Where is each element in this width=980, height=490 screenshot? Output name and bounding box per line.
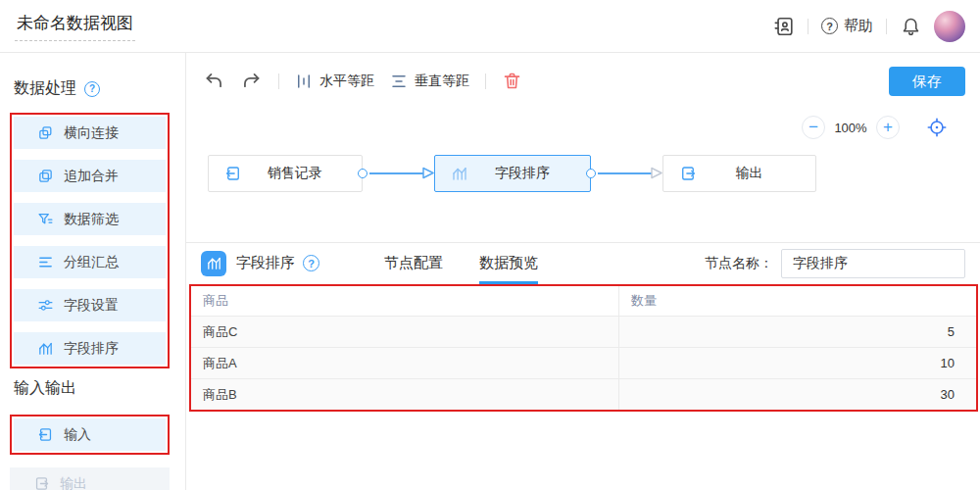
flow-node-sales-records[interactable]: 销售记录 <box>208 155 363 192</box>
question-circle-icon[interactable]: ? <box>84 81 100 97</box>
horizontal-spacing-icon <box>295 73 313 90</box>
edge-line <box>369 172 423 174</box>
question-circle-icon[interactable]: ? <box>303 255 319 271</box>
tab-node-config[interactable]: 节点配置 <box>384 242 443 284</box>
field-settings-icon <box>37 297 54 314</box>
question-circle-icon: ? <box>821 18 838 34</box>
node-name-label: 节点名称： <box>705 255 773 272</box>
horizontal-spacing-button[interactable]: 水平等距 <box>295 73 374 90</box>
sidebar-item-label: 字段设置 <box>64 297 119 315</box>
sidebar-item-group-summary[interactable]: 分组汇总 <box>14 246 166 278</box>
sidebar-item-data-filter[interactable]: 数据筛选 <box>14 203 166 235</box>
divider <box>278 74 279 89</box>
field-sort-badge-icon <box>201 251 226 276</box>
node-name-group: 节点名称： <box>705 249 965 278</box>
contacts-icon[interactable] <box>773 16 795 37</box>
output-icon <box>33 475 50 490</box>
quantity-cell: 10 <box>619 348 976 378</box>
save-button[interactable]: 保存 <box>889 67 965 96</box>
input-icon <box>37 426 54 443</box>
help-button[interactable]: ? 帮助 <box>821 17 873 35</box>
sidebar: 数据处理 ? 横向连接 追加合并 数据筛选 分组汇总 字段设置 <box>0 53 186 490</box>
vertical-spacing-label: 垂直等距 <box>415 73 469 90</box>
user-avatar[interactable] <box>934 11 965 42</box>
append-merge-icon <box>37 168 54 184</box>
sidebar-item-label: 字段排序 <box>64 340 119 358</box>
output-icon <box>679 165 697 182</box>
zoom-in-button[interactable]: + <box>876 116 900 139</box>
table-header-row: 商品 数量 <box>191 286 976 316</box>
topbar-actions: ? 帮助 <box>773 11 965 42</box>
table-row[interactable]: 商品B 30 <box>191 378 976 410</box>
undo-icon[interactable] <box>204 71 225 92</box>
table-row[interactable]: 商品C 5 <box>191 316 976 347</box>
flow-node-output[interactable]: 输出 <box>662 155 816 192</box>
divider <box>886 19 887 34</box>
sidebar-item-label: 输出 <box>60 475 87 490</box>
vertical-spacing-icon <box>390 73 408 90</box>
data-filter-icon <box>37 211 54 227</box>
quantity-cell: 5 <box>619 317 976 347</box>
horizontal-join-icon <box>37 124 54 141</box>
sidebar-item-label: 数据筛选 <box>64 211 119 228</box>
section-title-input-output: 输入输出 <box>14 378 76 399</box>
input-icon <box>224 165 242 182</box>
canvas-toolbar: 水平等距 垂直等距 <box>204 67 523 96</box>
node-name-input[interactable] <box>781 249 965 278</box>
table-row[interactable]: 商品A 10 <box>191 347 976 378</box>
horizontal-spacing-label: 水平等距 <box>319 73 374 90</box>
vertical-spacing-button[interactable]: 垂直等距 <box>390 73 469 90</box>
sidebar-item-label: 追加合并 <box>64 168 119 185</box>
center-canvas-icon[interactable] <box>926 117 948 138</box>
help-label: 帮助 <box>844 17 873 35</box>
flow-node-field-sort-selected[interactable]: 字段排序 <box>434 155 591 192</box>
notification-bell-icon[interactable] <box>900 16 921 37</box>
quantity-cell: 30 <box>619 379 976 410</box>
top-bar: 未命名数据视图 ? 帮助 <box>0 0 980 53</box>
sidebar-item-label: 输入 <box>64 426 91 444</box>
edge-arrowhead-icon <box>651 167 662 179</box>
sidebar-item-field-settings[interactable]: 字段设置 <box>14 289 166 321</box>
section-title-data-processing: 数据处理 ? <box>14 78 100 99</box>
delete-trash-icon[interactable] <box>502 71 523 92</box>
node-label: 字段排序 <box>468 165 576 182</box>
data-preview-table: 商品 数量 商品C 5 商品A 10 商品B 30 <box>189 284 978 412</box>
zoom-level: 100% <box>834 121 867 135</box>
divider <box>808 19 808 34</box>
sidebar-item-label: 横向连接 <box>64 124 119 142</box>
product-cell: 商品A <box>191 348 619 378</box>
sidebar-item-field-sort[interactable]: 字段排序 <box>14 332 166 365</box>
output-port[interactable] <box>586 169 596 178</box>
product-cell: 商品B <box>191 379 619 410</box>
column-header-product: 商品 <box>191 286 619 316</box>
field-sort-icon <box>37 340 54 357</box>
tab-data-preview[interactable]: 数据预览 <box>479 242 538 284</box>
zoom-controls: − 100% + <box>802 116 948 139</box>
document-title[interactable]: 未命名数据视图 <box>15 12 135 41</box>
field-sort-icon <box>451 165 468 182</box>
annotation-box-processing: 横向连接 追加合并 数据筛选 分组汇总 字段设置 字段排序 <box>10 113 170 368</box>
annotation-box-input: 输入 <box>10 415 170 455</box>
sidebar-item-input[interactable]: 输入 <box>14 418 166 451</box>
product-cell: 商品C <box>191 317 619 347</box>
group-summary-icon <box>37 254 54 270</box>
node-label: 销售记录 <box>242 165 348 182</box>
panel-header: 字段排序 ? 节点配置 数据预览 节点名称： <box>186 242 980 284</box>
column-header-quantity: 数量 <box>619 286 976 316</box>
panel-title: 字段排序 <box>236 254 295 272</box>
sidebar-item-output-disabled: 输出 <box>10 467 170 490</box>
redo-icon[interactable] <box>241 71 263 92</box>
sidebar-item-label: 分组汇总 <box>64 254 119 271</box>
canvas-area: 水平等距 垂直等距 保存 − 100% + 销售记录 字段排序 <box>186 53 980 490</box>
zoom-out-button[interactable]: − <box>802 116 825 139</box>
data-flow-app: 未命名数据视图 ? 帮助 数据处理 ? 横向连接 追加合并 <box>0 0 980 490</box>
divider <box>485 74 486 89</box>
output-port[interactable] <box>358 169 368 178</box>
edge-arrowhead-icon <box>422 167 434 179</box>
sidebar-item-horizontal-join[interactable]: 横向连接 <box>14 117 166 149</box>
edge-line <box>598 172 652 174</box>
panel-tabs: 节点配置 数据预览 <box>384 242 538 284</box>
node-label: 输出 <box>697 165 802 182</box>
sidebar-item-append-merge[interactable]: 追加合并 <box>14 160 166 192</box>
